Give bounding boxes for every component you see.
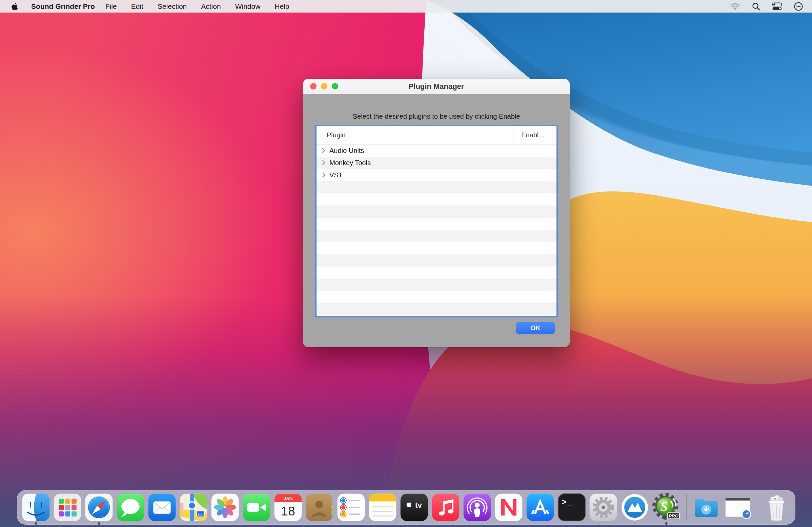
column-header-plugin[interactable]: Plugin [317,131,513,139]
dock-icon-app-store[interactable] [526,493,555,522]
empty-row [317,254,556,267]
running-indicator [34,522,37,525]
dock-area: 280 JAN18 tv [0,490,812,525]
sgp-pro-badge: PRO [668,513,679,518]
menu-bar-status [730,2,803,11]
dock-icon-calendar[interactable]: JAN18 [274,493,303,522]
dock-icon-facetime[interactable] [242,493,271,522]
dock-icon-system-preferences[interactable] [589,493,618,522]
desktop: Sound Grinder Pro File Edit Selection Ac… [0,0,812,527]
row-label: Monkey Tools [330,159,371,167]
chevron-right-icon[interactable] [320,147,328,154]
apple-menu-icon[interactable] [12,2,19,11]
instruction-text: Select the desired plugins to be used by… [303,113,570,120]
maps-shield-label: 280 [197,512,203,516]
empty-row [317,193,556,205]
terminal-prompt: >_ [562,498,572,507]
close-button[interactable] [310,83,317,89]
search-icon[interactable] [752,2,760,11]
calendar-month-label: JAN [283,496,292,501]
traffic-lights [310,79,338,94]
dock-icon-terminal[interactable]: >_ [557,493,586,522]
menu-bar: Sound Grinder Pro File Edit Selection Ac… [0,0,812,13]
dock-icon-safari[interactable] [84,493,114,522]
row-label: VST [330,171,343,179]
column-header-enabled[interactable]: Enabl... [513,126,552,144]
empty-row [317,267,556,279]
dock-icon-apple-tv[interactable]: tv [400,493,429,522]
dock-divider [686,494,686,521]
ok-button[interactable]: OK [516,322,555,334]
dock-icon-finder[interactable] [21,493,50,522]
running-indicator [665,522,667,525]
dock-icon-news[interactable] [494,493,523,522]
title-bar[interactable]: Plugin Manager [303,79,570,94]
empty-row [317,291,556,303]
dock-icon-launchpad[interactable] [53,493,82,522]
wifi-icon[interactable] [730,2,740,11]
empty-row [317,181,556,193]
clock-icon[interactable] [794,2,803,11]
menu-file[interactable]: File [98,2,124,11]
dock-icon-mail[interactable] [147,493,177,522]
svg-text:S: S [660,499,668,514]
chevron-right-icon[interactable] [320,159,328,167]
dock-icon-messages[interactable] [116,493,145,522]
chevron-right-icon[interactable] [320,171,328,179]
dock-icon-app-cleaner[interactable] [620,493,649,522]
menu-help[interactable]: Help [267,2,296,11]
minimize-button[interactable] [321,83,328,89]
empty-row [317,303,556,315]
menu-action[interactable]: Action [194,2,228,11]
dock-icon-podcasts[interactable] [463,493,492,522]
dock-icon-music[interactable] [431,493,460,522]
calendar-day-label: 18 [281,504,295,518]
empty-row [317,279,556,291]
control-center-icon[interactable] [772,2,782,11]
dock: 280 JAN18 tv [17,490,795,525]
plugin-table: Plugin Enabl... Audio Units Monkey Tools… [315,125,558,317]
zoom-button[interactable] [332,83,338,89]
table-row-monkey-tools[interactable]: Monkey Tools [317,157,556,169]
dock-minimized-window[interactable] [723,493,752,522]
dock-icon-photos[interactable] [211,493,240,522]
empty-row [317,230,556,242]
dock-icon-sound-grinder-pro[interactable]: SPRO [652,493,681,522]
table-header: Plugin Enabl... [317,126,556,144]
plugin-manager-window: Plugin Manager Select the desired plugin… [303,79,570,347]
dock-icon-reminders[interactable] [336,493,366,522]
row-label: Audio Units [330,147,364,155]
tv-label: tv [415,501,422,509]
running-indicator [98,522,100,525]
empty-row [317,205,556,218]
dock-icon-trash[interactable] [762,493,791,522]
window-title: Plugin Manager [303,82,570,91]
dock-icon-contacts[interactable] [305,493,334,522]
empty-row [317,218,556,230]
table-body: Audio Units Monkey Tools VST [317,144,556,316]
table-row-audio-units[interactable]: Audio Units [317,144,556,157]
menu-window[interactable]: Window [228,2,268,11]
dock-icon-downloads-folder[interactable] [692,493,721,522]
dock-icon-notes[interactable] [368,493,397,522]
dock-icon-maps[interactable]: 280 [179,493,208,522]
table-row-vst[interactable]: VST [317,169,556,181]
menu-app-name[interactable]: Sound Grinder Pro [28,2,98,11]
menu-bar-left: Sound Grinder Pro File Edit Selection Ac… [0,2,296,11]
header-gutter [552,126,556,144]
empty-row [317,242,556,254]
menu-selection[interactable]: Selection [150,2,194,11]
menu-edit[interactable]: Edit [124,2,150,11]
